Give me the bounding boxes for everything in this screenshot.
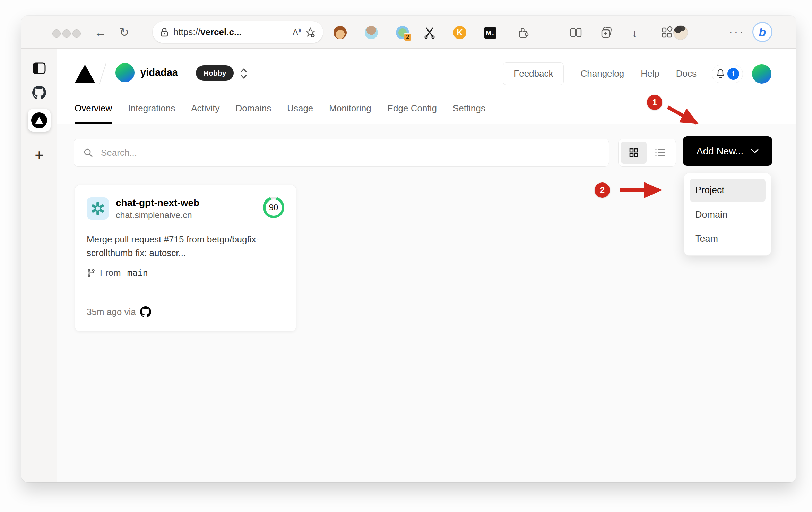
tab-activity[interactable]: Activity — [191, 103, 219, 124]
toolbar-divider — [560, 27, 560, 37]
vercel-sidebar-tile-active[interactable] — [28, 109, 51, 132]
tab-overview[interactable]: Overview — [75, 103, 112, 124]
back-button[interactable]: ← — [94, 24, 107, 41]
browser-window: ← ↻ https://vercel.c... A)) — [21, 16, 796, 482]
project-search[interactable] — [74, 139, 609, 167]
vercel-site-icon — [31, 112, 47, 128]
team-avatar[interactable] — [115, 63, 135, 82]
bing-copilot-icon[interactable]: b — [752, 22, 772, 42]
github-sidebar-icon[interactable] — [31, 85, 47, 101]
branch-name: main — [127, 268, 148, 278]
extensions-puzzle-icon[interactable] — [517, 26, 530, 39]
reload-button[interactable]: ↻ — [119, 24, 129, 41]
list-view-button[interactable] — [648, 142, 674, 164]
tab-integrations[interactable]: Integrations — [128, 103, 175, 124]
annotation-step-1-badge: 1 — [647, 95, 662, 110]
vercel-logo-icon[interactable] — [75, 65, 95, 83]
docs-link[interactable]: Docs — [676, 68, 697, 79]
menu-item-team[interactable]: Team — [690, 228, 766, 250]
header-actions: Feedback Changelog Help Docs 1 — [503, 62, 771, 85]
browser-profile-avatar[interactable] — [673, 25, 688, 40]
sidebar-divider — [29, 140, 49, 140]
team-name[interactable]: yidadaa — [140, 67, 178, 78]
list-view-icon — [655, 148, 666, 157]
lighthouse-score-ring: 90 — [263, 197, 284, 218]
tab-usage[interactable]: Usage — [287, 103, 313, 124]
deploy-meta: 35m ago via — [87, 306, 151, 317]
read-aloud-icon[interactable]: A)) — [293, 27, 300, 37]
plan-badge: Hobby — [196, 65, 234, 81]
lighthouse-score-value: 90 — [266, 199, 282, 216]
tab-domains[interactable]: Domains — [236, 103, 271, 124]
user-avatar[interactable] — [752, 64, 771, 84]
deploy-time: 35m ago via — [87, 307, 136, 317]
feedback-button[interactable]: Feedback — [503, 62, 564, 85]
downloads-icon[interactable]: ↓ — [632, 25, 638, 41]
project-domain[interactable]: chat.simplenaive.cn — [116, 210, 199, 220]
openai-project-icon — [87, 197, 109, 220]
translator-badge: 2 — [404, 33, 412, 41]
branch-row: From main — [87, 267, 284, 278]
address-bar[interactable]: https://vercel.c... A)) — [153, 21, 323, 43]
project-title-block: chat-gpt-next-web chat.simplenaive.cn — [116, 197, 199, 220]
grid-view-icon — [629, 147, 639, 158]
git-branch-icon — [87, 268, 96, 278]
markdown-download-extension-icon[interactable]: M↓ — [484, 27, 496, 39]
project-card-header: chat-gpt-next-web chat.simplenaive.cn — [87, 197, 284, 220]
menu-item-project[interactable]: Project — [690, 179, 766, 202]
project-name[interactable]: chat-gpt-next-web — [116, 197, 199, 209]
breadcrumb-slash — [99, 63, 106, 84]
team-switcher-icon[interactable] — [237, 67, 250, 80]
search-icon — [83, 147, 93, 158]
kagi-extension-icon[interactable]: K — [453, 26, 466, 39]
sidebar-panel-toggle-icon[interactable] — [31, 60, 47, 76]
vercel-page: yidadaa Hobby Feedback Changelog Help Do… — [57, 49, 796, 482]
commit-message: Merge pull request #715 from betgo/bugfi… — [87, 233, 262, 260]
favorite-star-icon[interactable] — [305, 27, 316, 37]
tab-edge-config[interactable]: Edge Config — [387, 103, 437, 124]
bell-icon — [716, 69, 725, 79]
branch-label: From — [100, 267, 121, 278]
browser-toolbar: ← ↻ https://vercel.c... A)) — [21, 16, 796, 49]
lock-icon — [160, 27, 169, 37]
sidebar-add-icon[interactable]: + — [35, 148, 44, 162]
chevron-down-icon — [751, 149, 759, 154]
notifications-button[interactable]: 1 — [712, 65, 743, 83]
menu-item-domain[interactable]: Domain — [690, 204, 766, 226]
toolbar-overflow-menu-icon[interactable]: ··· — [729, 25, 745, 38]
grid-view-button[interactable] — [621, 142, 647, 164]
edge-sidebar: + — [21, 49, 57, 482]
profile-extension-icon[interactable] — [365, 26, 378, 39]
tampermonkey-extension-icon[interactable] — [334, 26, 347, 39]
traffic-light-minimize-button[interactable] — [62, 29, 71, 38]
content-row: + yidadaa Hobby — [21, 49, 796, 482]
add-new-label: Add New... — [697, 146, 743, 157]
search-input[interactable] — [100, 147, 600, 159]
page-body: Add New... Project Domain Team — [57, 124, 796, 482]
add-new-button[interactable]: Add New... — [683, 136, 772, 166]
split-screen-icon[interactable] — [569, 26, 582, 39]
collections-icon[interactable] — [600, 26, 613, 39]
annotation-step-2-badge: 2 — [595, 182, 610, 198]
traffic-light-close-button[interactable] — [52, 29, 61, 38]
project-card[interactable]: chat-gpt-next-web chat.simplenaive.cn 90… — [75, 185, 296, 332]
url-text: https://vercel.c... — [173, 27, 288, 37]
traffic-light-zoom-button[interactable] — [72, 29, 81, 38]
apps-grid-icon[interactable] — [660, 26, 673, 39]
notification-count-badge: 1 — [727, 68, 739, 80]
github-icon — [140, 306, 151, 317]
changelog-link[interactable]: Changelog — [580, 68, 624, 79]
vercel-header: yidadaa Hobby Feedback Changelog Help Do… — [57, 49, 796, 124]
help-link[interactable]: Help — [641, 68, 659, 79]
add-new-dropdown: Project Domain Team — [684, 173, 771, 256]
scissors-extension-icon[interactable] — [423, 26, 436, 39]
tab-settings[interactable]: Settings — [453, 103, 485, 124]
view-toggle — [618, 139, 676, 167]
screenshot-stage: ← ↻ https://vercel.c... A)) — [0, 0, 812, 512]
tab-monitoring[interactable]: Monitoring — [329, 103, 371, 124]
dashboard-tabs: Overview Integrations Activity Domains U… — [75, 103, 485, 124]
translator-extension-icon[interactable]: 2 — [396, 26, 409, 39]
